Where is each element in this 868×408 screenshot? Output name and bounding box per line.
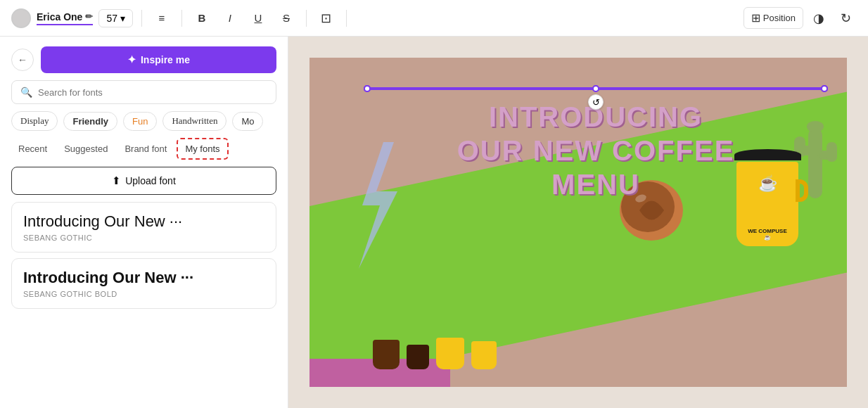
filter-tag-more[interactable]: Mo [232, 112, 263, 131]
handle-mid-left[interactable] [364, 85, 371, 92]
inspire-btn-label: Inspire me [141, 54, 190, 65]
tab-my-fonts[interactable]: My fonts [177, 138, 228, 160]
search-area: 🔍 [0, 80, 288, 111]
back-icon: ← [18, 54, 27, 65]
underline-button[interactable]: U [247, 7, 269, 30]
upload-btn-label: Upload font [125, 175, 176, 186]
refresh-button[interactable]: ↻ [834, 7, 857, 30]
font-name-selector[interactable]: Erica One ✏ [37, 11, 93, 25]
sidebar-top: ← ✦ Inspire me [0, 37, 288, 80]
font-item-1[interactable]: Introducing Our New ··· SEBANG Gothic Bo… [11, 258, 276, 309]
poster-title-line3: MENU [374, 167, 817, 201]
poster-title: INTRODUCING OUR NEW COFFEE MENU [367, 93, 824, 208]
upload-icon: ⬆ [112, 174, 121, 187]
poster-title-line2: OUR NEW COFFEE [374, 134, 817, 167]
align-button[interactable]: ≡ [151, 7, 173, 30]
filter-tag-handwritten[interactable]: Handwritten [162, 111, 226, 131]
main-area: ← ✦ Inspire me 🔍 Display Friendly Fun [0, 37, 868, 408]
handle-bottom-mid[interactable] [592, 85, 599, 92]
handle-mid-right[interactable] [821, 85, 828, 92]
font-list: Introducing Our New ··· SEBANG Gothic In… [0, 202, 288, 408]
font-tabs: Recent Suggested Brand font My fonts [0, 138, 288, 167]
underline-label: U [255, 12, 262, 24]
strikethrough-label: S [283, 12, 290, 24]
italic-button[interactable]: I [219, 7, 241, 30]
strikethrough-button[interactable]: S [275, 7, 298, 30]
svg-rect-8 [826, 142, 837, 162]
search-input[interactable] [38, 87, 267, 98]
bold-label: B [198, 12, 206, 24]
back-button[interactable]: ← [11, 49, 34, 71]
tab-brand-font[interactable]: Brand font [117, 139, 174, 158]
position-button[interactable]: ⊞ Position [743, 7, 803, 29]
divider-4 [346, 10, 347, 27]
rotate-icon: ↺ [592, 97, 600, 108]
filter-tag-friendly[interactable]: Friendly [63, 112, 117, 131]
canvas-area: ☕ WE COMPUSE☕ [288, 37, 868, 408]
divider-1 [141, 10, 142, 27]
search-icon: 🔍 [20, 87, 32, 98]
color-circle[interactable] [11, 8, 31, 28]
bold-button[interactable]: B [191, 7, 213, 30]
rotate-handle[interactable]: ↺ [588, 94, 604, 110]
filter-tag-display[interactable]: Display [11, 111, 58, 131]
font-label-1: SEBANG Gothic Bold [23, 290, 264, 298]
sidebar: ← ✦ Inspire me 🔍 Display Friendly Fun [0, 37, 288, 408]
font-item-0[interactable]: Introducing Our New ··· SEBANG Gothic [11, 202, 276, 253]
font-size-value: 57 [106, 13, 117, 24]
upload-font-button[interactable]: ⬆ Upload font [11, 167, 276, 195]
font-preview-1: Introducing Our New ··· [23, 269, 264, 287]
filter-tags: Display Friendly Fun Handwritten Mo [0, 111, 288, 138]
top-toolbar: Erica One ✏ 57 ▾ ≡ B I U S ⊡ ⊞ Position … [0, 0, 868, 37]
toolbar-right: ⊞ Position ◑ ↻ [743, 7, 857, 30]
font-edit-icon: ✏ [85, 11, 93, 22]
tab-recent[interactable]: Recent [11, 139, 54, 158]
font-size-dropdown-icon: ▾ [120, 13, 125, 24]
divider-2 [181, 10, 182, 27]
divider-3 [306, 10, 307, 27]
spacing-button[interactable]: ⊡ [315, 7, 338, 30]
inspire-me-button[interactable]: ✦ Inspire me [41, 46, 276, 73]
poster: ☕ WE COMPUSE☕ [309, 58, 847, 387]
tab-suggested[interactable]: Suggested [57, 139, 115, 158]
text-selection-box[interactable]: ↺ [366, 87, 826, 90]
search-box[interactable]: 🔍 [11, 80, 276, 104]
position-label: Position [763, 13, 796, 23]
sparkle-icon: ✦ [127, 53, 136, 66]
color-mode-button[interactable]: ◑ [808, 7, 830, 30]
font-label-0: SEBANG Gothic [23, 234, 264, 242]
position-icon: ⊞ [751, 11, 760, 25]
small-cups-row [373, 338, 497, 369]
upload-btn-wrap: ⬆ Upload font [0, 167, 288, 202]
font-size-selector[interactable]: 57 ▾ [98, 9, 133, 27]
font-name-label: Erica One [37, 11, 82, 23]
italic-label: I [229, 12, 231, 24]
filter-tag-fun[interactable]: Fun [123, 112, 157, 131]
font-preview-0: Introducing Our New ··· [23, 212, 264, 231]
